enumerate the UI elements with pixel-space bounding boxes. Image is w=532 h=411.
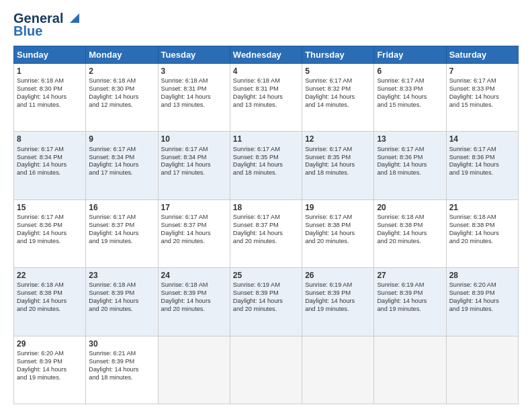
day-cell: 26Sunrise: 6:19 AMSunset: 8:39 PMDayligh…	[302, 268, 374, 336]
day-cell: 15Sunrise: 6:17 AMSunset: 8:36 PMDayligh…	[14, 199, 86, 267]
day-number: 7	[449, 66, 515, 77]
day-number: 22	[17, 270, 83, 281]
day-number: 23	[89, 270, 154, 281]
day-details: Sunrise: 6:19 AMSunset: 8:39 PMDaylight:…	[377, 281, 443, 314]
day-details: Sunrise: 6:17 AMSunset: 8:32 PMDaylight:…	[305, 77, 371, 109]
day-details: Sunrise: 6:18 AMSunset: 8:30 PMDaylight:…	[89, 77, 154, 109]
day-details: Sunrise: 6:17 AMSunset: 8:36 PMDaylight:…	[17, 214, 83, 246]
day-details: Sunrise: 6:17 AMSunset: 8:33 PMDaylight:…	[377, 77, 443, 109]
day-number: 24	[161, 270, 227, 281]
day-cell: 12Sunrise: 6:17 AMSunset: 8:35 PMDayligh…	[302, 132, 374, 199]
day-number: 2	[89, 66, 154, 77]
day-cell: 27Sunrise: 6:19 AMSunset: 8:39 PMDayligh…	[374, 268, 446, 336]
calendar-table: SundayMondayTuesdayWednesdayThursdayFrid…	[13, 46, 519, 404]
day-number: 21	[449, 202, 515, 213]
day-details: Sunrise: 6:18 AMSunset: 8:39 PMDaylight:…	[89, 281, 154, 314]
day-cell: 1Sunrise: 6:18 AMSunset: 8:30 PMDaylight…	[14, 64, 86, 132]
day-cell: 18Sunrise: 6:17 AMSunset: 8:37 PMDayligh…	[230, 199, 302, 267]
day-number: 3	[161, 66, 227, 77]
logo: General Blue	[13, 11, 79, 39]
col-header-sunday: Sunday	[14, 46, 86, 64]
day-cell: 2Sunrise: 6:18 AMSunset: 8:30 PMDaylight…	[86, 64, 158, 132]
svg-marker-0	[70, 13, 79, 23]
day-cell: 19Sunrise: 6:17 AMSunset: 8:38 PMDayligh…	[302, 199, 374, 267]
week-row-3: 15Sunrise: 6:17 AMSunset: 8:36 PMDayligh…	[14, 199, 519, 267]
header-row: SundayMondayTuesdayWednesdayThursdayFrid…	[14, 46, 519, 64]
logo-blue: Blue	[13, 24, 42, 39]
col-header-friday: Friday	[374, 46, 446, 64]
col-header-tuesday: Tuesday	[158, 46, 230, 64]
week-row-1: 1Sunrise: 6:18 AMSunset: 8:30 PMDaylight…	[14, 64, 519, 132]
col-header-monday: Monday	[86, 46, 158, 64]
day-details: Sunrise: 6:18 AMSunset: 8:39 PMDaylight:…	[161, 281, 227, 314]
week-row-5: 29Sunrise: 6:20 AMSunset: 8:39 PMDayligh…	[14, 336, 519, 404]
day-details: Sunrise: 6:17 AMSunset: 8:37 PMDaylight:…	[89, 214, 154, 246]
day-number: 8	[17, 134, 83, 144]
day-details: Sunrise: 6:21 AMSunset: 8:39 PMDaylight:…	[89, 350, 154, 382]
day-number: 26	[305, 270, 371, 281]
day-cell: 8Sunrise: 6:17 AMSunset: 8:34 PMDaylight…	[14, 132, 86, 199]
day-number: 28	[449, 270, 515, 281]
week-row-4: 22Sunrise: 6:18 AMSunset: 8:38 PMDayligh…	[14, 268, 519, 336]
day-cell	[374, 336, 446, 404]
col-header-saturday: Saturday	[446, 46, 518, 64]
day-cell: 29Sunrise: 6:20 AMSunset: 8:39 PMDayligh…	[14, 336, 86, 404]
day-number: 5	[305, 66, 371, 77]
header: General Blue	[13, 11, 519, 39]
day-number: 11	[233, 134, 299, 144]
day-details: Sunrise: 6:18 AMSunset: 8:38 PMDaylight:…	[377, 214, 443, 246]
day-number: 27	[377, 270, 443, 281]
day-cell: 6Sunrise: 6:17 AMSunset: 8:33 PMDaylight…	[374, 64, 446, 132]
day-details: Sunrise: 6:17 AMSunset: 8:34 PMDaylight:…	[161, 146, 227, 178]
day-number: 9	[89, 134, 154, 144]
day-details: Sunrise: 6:20 AMSunset: 8:39 PMDaylight:…	[449, 281, 515, 314]
day-details: Sunrise: 6:18 AMSunset: 8:31 PMDaylight:…	[161, 77, 227, 109]
col-header-wednesday: Wednesday	[230, 46, 302, 64]
day-details: Sunrise: 6:18 AMSunset: 8:31 PMDaylight:…	[233, 77, 299, 109]
day-details: Sunrise: 6:17 AMSunset: 8:37 PMDaylight:…	[233, 214, 299, 246]
day-details: Sunrise: 6:20 AMSunset: 8:39 PMDaylight:…	[17, 350, 83, 382]
day-number: 19	[305, 202, 371, 213]
day-details: Sunrise: 6:17 AMSunset: 8:36 PMDaylight:…	[377, 146, 443, 178]
day-cell: 20Sunrise: 6:18 AMSunset: 8:38 PMDayligh…	[374, 199, 446, 267]
day-details: Sunrise: 6:19 AMSunset: 8:39 PMDaylight:…	[305, 281, 371, 314]
day-details: Sunrise: 6:17 AMSunset: 8:37 PMDaylight:…	[161, 214, 227, 246]
day-cell: 13Sunrise: 6:17 AMSunset: 8:36 PMDayligh…	[374, 132, 446, 199]
day-number: 30	[89, 338, 154, 349]
day-details: Sunrise: 6:19 AMSunset: 8:39 PMDaylight:…	[233, 281, 299, 314]
day-number: 13	[377, 134, 443, 144]
day-number: 4	[233, 66, 299, 77]
day-cell	[302, 336, 374, 404]
day-number: 20	[377, 202, 443, 213]
day-cell: 10Sunrise: 6:17 AMSunset: 8:34 PMDayligh…	[158, 132, 230, 199]
day-cell: 28Sunrise: 6:20 AMSunset: 8:39 PMDayligh…	[446, 268, 518, 336]
day-details: Sunrise: 6:18 AMSunset: 8:38 PMDaylight:…	[449, 214, 515, 246]
day-number: 1	[17, 66, 83, 77]
day-cell: 24Sunrise: 6:18 AMSunset: 8:39 PMDayligh…	[158, 268, 230, 336]
day-details: Sunrise: 6:17 AMSunset: 8:36 PMDaylight:…	[449, 146, 515, 178]
day-cell: 16Sunrise: 6:17 AMSunset: 8:37 PMDayligh…	[86, 199, 158, 267]
day-details: Sunrise: 6:17 AMSunset: 8:35 PMDaylight:…	[233, 146, 299, 178]
day-cell: 22Sunrise: 6:18 AMSunset: 8:38 PMDayligh…	[14, 268, 86, 336]
day-cell: 21Sunrise: 6:18 AMSunset: 8:38 PMDayligh…	[446, 199, 518, 267]
day-cell	[446, 336, 518, 404]
day-cell: 14Sunrise: 6:17 AMSunset: 8:36 PMDayligh…	[446, 132, 518, 199]
day-cell: 23Sunrise: 6:18 AMSunset: 8:39 PMDayligh…	[86, 268, 158, 336]
day-details: Sunrise: 6:18 AMSunset: 8:30 PMDaylight:…	[17, 77, 83, 109]
day-cell: 30Sunrise: 6:21 AMSunset: 8:39 PMDayligh…	[86, 336, 158, 404]
day-cell: 17Sunrise: 6:17 AMSunset: 8:37 PMDayligh…	[158, 199, 230, 267]
day-number: 18	[233, 202, 299, 213]
day-number: 29	[17, 338, 83, 349]
day-cell: 25Sunrise: 6:19 AMSunset: 8:39 PMDayligh…	[230, 268, 302, 336]
day-details: Sunrise: 6:18 AMSunset: 8:38 PMDaylight:…	[17, 281, 83, 314]
day-cell: 9Sunrise: 6:17 AMSunset: 8:34 PMDaylight…	[86, 132, 158, 199]
day-cell	[230, 336, 302, 404]
day-number: 15	[17, 202, 83, 213]
day-cell	[158, 336, 230, 404]
logo-icon	[64, 11, 79, 26]
day-details: Sunrise: 6:17 AMSunset: 8:35 PMDaylight:…	[305, 146, 371, 178]
day-details: Sunrise: 6:17 AMSunset: 8:34 PMDaylight:…	[89, 146, 154, 178]
day-details: Sunrise: 6:17 AMSunset: 8:34 PMDaylight:…	[17, 146, 83, 178]
day-number: 17	[161, 202, 227, 213]
day-number: 6	[377, 66, 443, 77]
